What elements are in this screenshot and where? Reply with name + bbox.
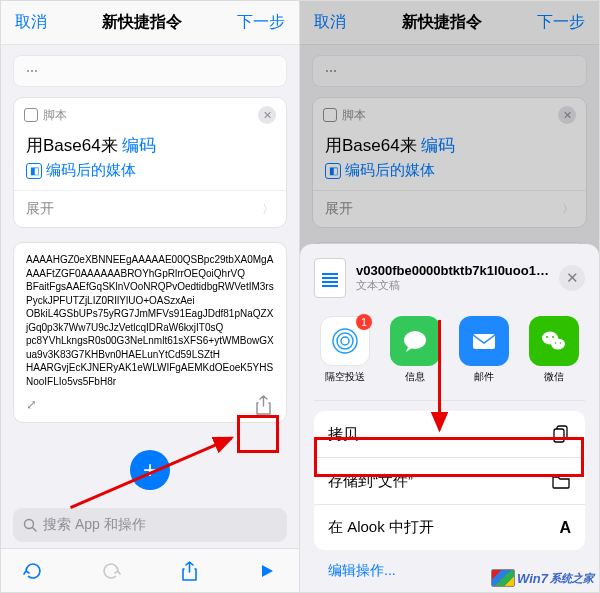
result-card: AAAAHGZ0eXBNNEEgAAAAAE00QSBpc29tbXA0MgAA… <box>13 242 287 423</box>
svg-point-9 <box>551 339 565 350</box>
run-button[interactable] <box>255 559 279 583</box>
alook-icon: A <box>559 519 571 537</box>
copy-action[interactable]: 拷贝 <box>314 411 585 458</box>
share-button[interactable] <box>252 394 274 416</box>
close-sheet-button[interactable]: ✕ <box>559 265 585 291</box>
open-in-alook-action[interactable]: 在 Alook 中打开 A <box>314 505 585 550</box>
close-icon[interactable]: ✕ <box>258 106 276 124</box>
search-placeholder: 搜索 App 和操作 <box>43 516 146 534</box>
airdrop-app[interactable]: 1 隔空投送 <box>316 316 374 384</box>
previous-card-truncated: ⋯ <box>13 55 287 87</box>
svg-point-11 <box>552 336 554 338</box>
chevron-right-icon: 〉 <box>262 201 274 218</box>
share-apps-row: 1 隔空投送 信息 邮件 微信 <box>314 310 585 401</box>
svg-rect-15 <box>554 429 564 442</box>
svg-line-1 <box>33 528 37 532</box>
encode-token[interactable]: 编码 <box>122 136 156 155</box>
cancel-button[interactable]: 取消 <box>15 12 47 33</box>
svg-point-6 <box>404 331 426 349</box>
search-input[interactable]: 搜索 App 和操作 <box>13 508 287 542</box>
folder-icon <box>551 471 571 491</box>
redo-button[interactable] <box>99 559 123 583</box>
share-subtitle: 文本文稿 <box>356 278 549 293</box>
action-line: 用Base64来 编码 <box>26 134 274 157</box>
svg-point-10 <box>546 336 548 338</box>
next-button[interactable]: 下一步 <box>237 12 285 33</box>
bottom-toolbar <box>1 548 299 592</box>
media-variable[interactable]: ◧编码后的媒体 <box>26 161 274 180</box>
share-sheet: v0300fbe0000btktb7k1l0uoo1rrsv... 文本文稿 ✕… <box>300 244 599 592</box>
share-filename: v0300fbe0000btktb7k1l0uoo1rrsv... <box>356 263 549 278</box>
save-to-files-action[interactable]: 存储到“文件” <box>314 458 585 505</box>
svg-point-13 <box>560 342 562 344</box>
action-list: 拷贝 存储到“文件” 在 Alook 中打开 A <box>314 411 585 550</box>
script-card: 脚本 ✕ 用Base64来 编码 ◧编码后的媒体 展开〉 <box>13 97 287 228</box>
copy-icon <box>551 424 571 444</box>
expand-icon[interactable]: ⤢ <box>26 396 37 414</box>
nav-title: 新快捷指令 <box>102 12 182 33</box>
script-icon <box>24 108 38 122</box>
watermark: Win7系统之家 <box>491 569 594 587</box>
wechat-app[interactable]: 微信 <box>525 316 583 384</box>
search-icon <box>23 518 37 532</box>
share-shortcut-button[interactable] <box>177 559 201 583</box>
script-header: 脚本 <box>43 107 67 124</box>
undo-button[interactable] <box>21 559 45 583</box>
mail-app[interactable]: 邮件 <box>455 316 513 384</box>
result-text: AAAAHGZ0eXBNNEEgAAAAAE00QSBpc29tbXA0MgAA… <box>26 253 274 388</box>
messages-app[interactable]: 信息 <box>386 316 444 384</box>
svg-point-4 <box>337 333 353 349</box>
svg-point-12 <box>555 342 557 344</box>
document-icon <box>314 258 346 298</box>
expand-row[interactable]: 展开〉 <box>14 190 286 227</box>
add-action-button[interactable]: + <box>130 450 170 490</box>
svg-point-3 <box>341 337 349 345</box>
airdrop-badge: 1 <box>356 314 372 330</box>
svg-rect-7 <box>473 334 495 349</box>
